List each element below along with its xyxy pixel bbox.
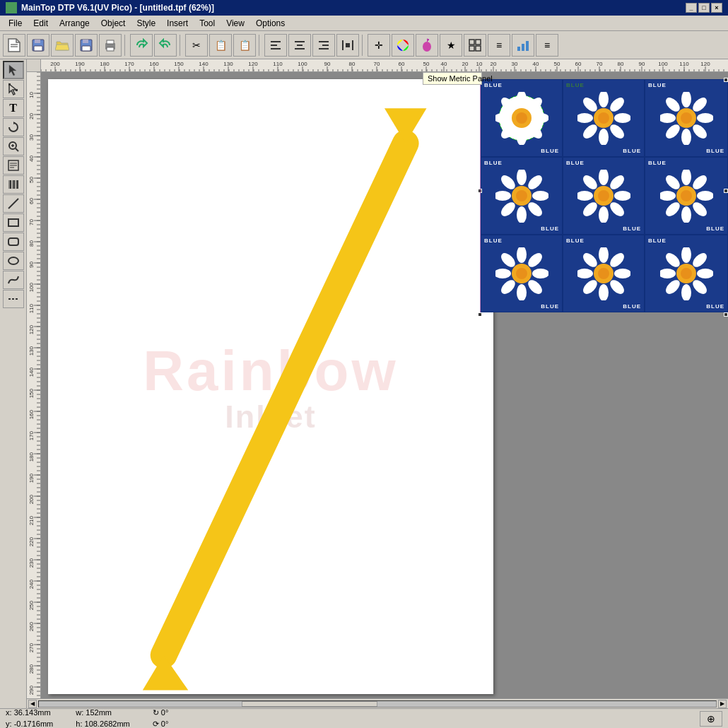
selection-handle-tr — [724, 78, 728, 82]
width-info: w: 152mm — [76, 708, 129, 718]
maximize-btn[interactable]: □ — [698, 3, 710, 13]
svg-rect-10 — [107, 40, 114, 44]
svg-point-135 — [598, 268, 609, 279]
menu-style[interactable]: Style — [131, 17, 161, 30]
toolbar-print[interactable] — [99, 34, 122, 57]
toolbar-distribute[interactable] — [336, 34, 359, 57]
blue-label-tl: BLUE — [484, 82, 503, 88]
blue-label: BLUE — [566, 237, 585, 244]
svg-point-95 — [516, 190, 527, 201]
toolbar-save[interactable] — [27, 34, 49, 57]
toolbar-redo[interactable] — [154, 34, 177, 57]
title-bar: MainTop DTP V6.1(UV Pico) - [untitled.tp… — [0, 0, 728, 16]
tool-pointer[interactable] — [3, 61, 24, 79]
blue-label: BLUE — [541, 225, 559, 232]
toolbar-lines2[interactable]: ≡ — [536, 34, 558, 57]
svg-point-120 — [517, 284, 527, 300]
tool-barcode[interactable] — [3, 175, 24, 194]
main-canvas[interactable]: Rainbow Inkjet BLUE — [41, 72, 728, 698]
toolbar-color[interactable] — [392, 34, 414, 57]
close-btn[interactable]: × — [711, 3, 722, 13]
svg-point-86 — [517, 170, 527, 185]
tool-roundrect[interactable] — [3, 233, 24, 251]
tool-rotate[interactable] — [3, 118, 24, 136]
toolbar-sep2 — [180, 35, 182, 56]
scroll-right-btn[interactable]: ▶ — [718, 700, 727, 708]
svg-point-53 — [8, 257, 18, 264]
tool-node[interactable] — [3, 80, 24, 98]
flower-cell: BLUE BLUE — [563, 157, 645, 235]
document-page: Rainbow Inkjet — [48, 79, 493, 694]
svg-point-145 — [681, 268, 692, 279]
scroll-left-btn[interactable]: ◀ — [28, 700, 37, 708]
selection-handle-mr — [724, 189, 728, 193]
toolbar-new[interactable] — [3, 34, 25, 57]
tool-line[interactable] — [3, 194, 24, 213]
svg-point-100 — [599, 206, 609, 223]
toolbar-star[interactable]: ★ — [440, 34, 462, 57]
flower-cell: BLUE BLUE — [645, 235, 728, 312]
svg-point-116 — [517, 247, 527, 263]
toolbar-undo[interactable] — [130, 34, 153, 57]
menu-file[interactable]: File — [3, 17, 28, 30]
toolbar-copy[interactable]: 📋 — [209, 34, 232, 57]
main-area: T — [0, 59, 728, 708]
scroll-thumb-h[interactable] — [242, 701, 377, 707]
tool-textblock[interactable] — [3, 156, 24, 175]
menu-insert[interactable]: Insert — [161, 17, 194, 30]
height-info: h: 108.2682mm — [76, 719, 129, 729]
svg-line-50 — [8, 199, 18, 209]
blue-label-br: BLUE — [541, 148, 559, 154]
tool-dottedline[interactable] — [3, 290, 24, 308]
toolbar-ink[interactable] — [416, 34, 438, 57]
toolbar-crosshair[interactable]: ✛ — [368, 34, 390, 57]
toolbar-lines[interactable]: ≡ — [488, 34, 510, 57]
tool-ellipse[interactable] — [3, 252, 24, 270]
toolbar-chart[interactable] — [512, 34, 534, 57]
snap-btn[interactable]: ⊕ — [700, 711, 722, 727]
svg-point-66 — [599, 92, 609, 107]
tool-rect[interactable] — [3, 213, 24, 232]
toolbar-align-l[interactable] — [264, 34, 287, 57]
minimize-btn[interactable]: _ — [686, 3, 697, 13]
tool-curve[interactable] — [3, 271, 24, 289]
watermark-line1: Rainbow — [143, 337, 398, 405]
watermark: Rainbow Inkjet — [143, 337, 398, 436]
svg-point-142 — [660, 269, 676, 278]
menu-options[interactable]: Options — [250, 17, 290, 30]
toolbar-align-r[interactable] — [312, 34, 335, 57]
blue-label: BLUE — [623, 225, 641, 232]
svg-point-85 — [681, 112, 692, 124]
toolbar-align-c[interactable] — [288, 34, 311, 57]
toolbar-open[interactable] — [51, 34, 74, 57]
toolbar-paste[interactable]: 📋 — [233, 34, 256, 57]
svg-point-118 — [532, 269, 548, 278]
svg-rect-52 — [8, 238, 18, 245]
menu-arrange[interactable]: Arrange — [54, 17, 95, 30]
svg-point-75 — [598, 112, 609, 124]
tool-text[interactable]: T — [3, 99, 24, 117]
flower-svg — [495, 170, 548, 223]
main-toolbar: ✂ 📋 📋 ✛ ★ ≡ ≡ — [0, 31, 728, 59]
scrollbar-horizontal[interactable]: ◀ ▶ — [27, 698, 728, 708]
blue-label: BLUE — [484, 160, 503, 166]
rot1-info: ↻ 0° — [153, 708, 169, 718]
blue-label: BLUE — [648, 237, 667, 244]
menu-view[interactable]: View — [221, 17, 250, 30]
scroll-track-h[interactable] — [38, 700, 717, 708]
svg-point-125 — [516, 268, 527, 279]
selection-handle-bl — [478, 312, 482, 317]
toolbar-save2[interactable] — [75, 34, 98, 57]
flower-svg — [577, 170, 630, 223]
menu-object[interactable]: Object — [95, 17, 131, 30]
tool-zoom[interactable] — [3, 137, 24, 155]
svg-point-80 — [681, 129, 691, 145]
menu-tool[interactable]: Tool — [194, 17, 221, 30]
blue-label: BLUE — [541, 303, 559, 310]
menu-edit[interactable]: Edit — [28, 17, 54, 30]
flower-cell: BLUE BLUE — [645, 157, 728, 235]
toolbar-cut[interactable]: ✂ — [185, 34, 208, 57]
flower-cell: BLUE BLUE — [563, 235, 645, 312]
flower-row-1: BLUE — [481, 79, 728, 157]
toolbar-grid[interactable] — [464, 34, 486, 57]
